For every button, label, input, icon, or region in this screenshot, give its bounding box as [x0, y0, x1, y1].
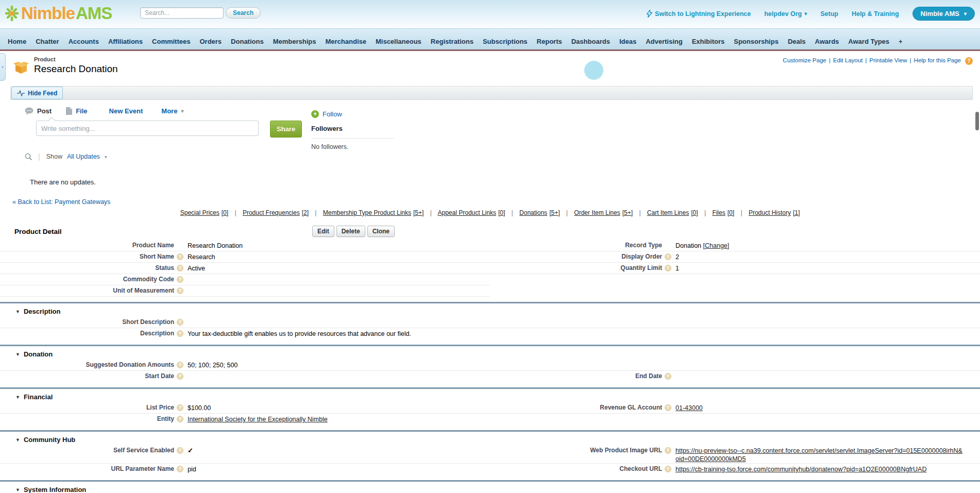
back-to-list-link[interactable]: « Back to List: Payment Gateways: [12, 198, 110, 206]
setup-link[interactable]: Setup: [820, 10, 838, 18]
tab-committees[interactable]: Committees: [147, 38, 195, 45]
tab-chatter[interactable]: Chatter: [31, 38, 64, 45]
lightning-bolt-icon: [647, 10, 652, 18]
file-tab[interactable]: File: [66, 107, 87, 115]
checkout-url-link[interactable]: https://cb-training-tso.force.com/commun…: [675, 466, 926, 473]
web-product-image-url-link[interactable]: https://nu-preview-tso--c.na39.content.f…: [675, 447, 962, 463]
field-help-icon[interactable]: ?: [177, 416, 183, 422]
field-help-icon[interactable]: ?: [177, 373, 183, 380]
tab-accounts[interactable]: Accounts: [64, 38, 104, 45]
switch-to-lightning-link[interactable]: Switch to Lightning Experience: [647, 10, 751, 18]
tab-sponsorships[interactable]: Sponsorships: [729, 38, 783, 45]
show-label: Show: [46, 153, 62, 160]
detail-row: Status ? Active Quantity Limit ? 1: [0, 263, 980, 274]
tab-memberships[interactable]: Memberships: [268, 38, 321, 45]
sidebar-expand-tab[interactable]: ›: [0, 53, 6, 81]
tab-registrations[interactable]: Registrations: [426, 38, 478, 45]
field-label: End Date: [490, 372, 662, 380]
checkbox-checked-icon: ✓: [188, 447, 193, 455]
delete-button[interactable]: Delete: [336, 226, 365, 237]
detail-row: Short Name ? Research Display Order ? 2: [0, 251, 980, 263]
new-event-tab[interactable]: New Event: [109, 107, 143, 115]
post-tab[interactable]: Post: [25, 107, 52, 115]
global-search-input[interactable]: [140, 7, 224, 19]
separator: |: [740, 209, 742, 216]
related-link-files[interactable]: Files[0]: [712, 209, 734, 216]
tab-advertising[interactable]: Advertising: [641, 38, 687, 45]
field-help-icon[interactable]: ?: [177, 319, 183, 326]
description-table: Short Description ? Description ? Your t…: [0, 317, 980, 339]
field-help-icon[interactable]: ?: [665, 447, 671, 454]
field-help-icon[interactable]: ?: [177, 362, 183, 368]
page-help-icon[interactable]: ?: [965, 57, 973, 65]
tab-deals[interactable]: Deals: [783, 38, 810, 45]
section-header-donation[interactable]: ▼ Donation: [15, 350, 980, 358]
customize-page-link[interactable]: Customize Page: [783, 57, 826, 63]
related-link-donations[interactable]: Donations[5+]: [519, 209, 560, 216]
field-help-icon[interactable]: ?: [177, 330, 183, 337]
field-label: Start Date: [10, 372, 174, 380]
tab-exhibitors[interactable]: Exhibitors: [687, 38, 730, 45]
field-help-icon[interactable]: ?: [177, 276, 183, 283]
field-value: Your tax-deductible gift enables us to p…: [188, 330, 411, 338]
related-link-order-item-lines[interactable]: Order Item Lines[5+]: [574, 209, 633, 216]
field-help-icon[interactable]: ?: [177, 404, 183, 411]
help-for-page-link[interactable]: Help for this Page: [914, 57, 961, 63]
tab-affiliations[interactable]: Affiliations: [104, 38, 147, 45]
share-button[interactable]: Share: [270, 121, 302, 138]
tab-dashboards[interactable]: Dashboards: [567, 38, 615, 45]
section-header-description[interactable]: ▼ Description: [15, 308, 980, 315]
tab-ideas[interactable]: Ideas: [615, 38, 641, 45]
hide-feed-button[interactable]: Hide Feed: [11, 87, 63, 99]
financial-table: List Price ? $100.00 Revenue GL Account …: [0, 402, 980, 425]
field-help-icon[interactable]: ?: [665, 404, 671, 411]
field-value: 50; 100; 250; 500: [188, 361, 238, 369]
post-text-input[interactable]: [36, 121, 259, 136]
field-help-icon[interactable]: ?: [665, 265, 671, 271]
tab-miscellaneous[interactable]: Miscellaneous: [371, 38, 426, 45]
edit-layout-link[interactable]: Edit Layout: [833, 57, 863, 63]
revenue-gl-account-link[interactable]: 01-43000: [675, 404, 703, 412]
feed-filter-select[interactable]: All Updates: [67, 153, 100, 160]
more-actions-tab[interactable]: More ▾: [161, 107, 183, 115]
section-header-system-information[interactable]: ▼ System Information: [15, 486, 980, 493]
section-header-financial[interactable]: ▼ Financial: [15, 393, 980, 401]
field-help-icon[interactable]: ?: [177, 466, 183, 472]
field-help-icon[interactable]: ?: [177, 265, 183, 271]
related-link-product-frequencies[interactable]: Product Frequencies[2]: [243, 209, 309, 216]
related-link-cart-item-lines[interactable]: Cart Item Lines[0]: [647, 209, 698, 216]
change-record-type-link[interactable]: [Change]: [703, 242, 730, 249]
field-help-icon[interactable]: ?: [177, 447, 183, 454]
tab-award-types[interactable]: Award Types: [843, 38, 894, 45]
related-link-membership-type-product-links[interactable]: Membership Type Product Links[5+]: [323, 209, 424, 216]
tab-orders[interactable]: Orders: [195, 38, 226, 45]
field-help-icon[interactable]: ?: [665, 466, 671, 472]
scrollbar-thumb[interactable]: [975, 112, 979, 130]
field-help-icon[interactable]: ?: [177, 253, 183, 260]
related-link-product-history[interactable]: Product History[1]: [749, 209, 800, 216]
add-tab-button[interactable]: +: [894, 38, 907, 45]
donation-table: Suggested Donation Amounts ? 50; 100; 25…: [0, 360, 980, 382]
entity-link[interactable]: International Society for the Exceptiona…: [188, 416, 328, 423]
org-menu[interactable]: helpdev Org ▾: [764, 10, 807, 18]
related-link-appeal-product-links[interactable]: Appeal Product Links[0]: [438, 209, 505, 216]
help-training-link[interactable]: Help & Training: [852, 10, 899, 18]
tab-subscriptions[interactable]: Subscriptions: [478, 38, 532, 45]
tab-home[interactable]: Home: [3, 38, 31, 45]
field-help-icon[interactable]: ?: [177, 287, 183, 294]
field-help-icon[interactable]: ?: [665, 373, 671, 380]
tab-awards[interactable]: Awards: [810, 38, 844, 45]
search-icon[interactable]: [25, 153, 32, 160]
printable-view-link[interactable]: Printable View: [869, 57, 907, 63]
follow-link[interactable]: Follow: [323, 110, 342, 118]
tab-merchandise[interactable]: Merchandise: [320, 38, 370, 45]
tab-donations[interactable]: Donations: [226, 38, 268, 45]
search-button[interactable]: Search: [226, 7, 261, 19]
related-link-special-prices[interactable]: Special Prices[0]: [180, 209, 228, 216]
tab-reports[interactable]: Reports: [532, 38, 567, 45]
edit-button[interactable]: Edit: [312, 226, 334, 237]
section-header-community-hub[interactable]: ▼ Community Hub: [15, 436, 980, 444]
clone-button[interactable]: Clone: [367, 226, 395, 237]
field-help-icon[interactable]: ?: [665, 253, 671, 260]
app-menu-button[interactable]: Nimble AMS ▾: [913, 7, 975, 21]
